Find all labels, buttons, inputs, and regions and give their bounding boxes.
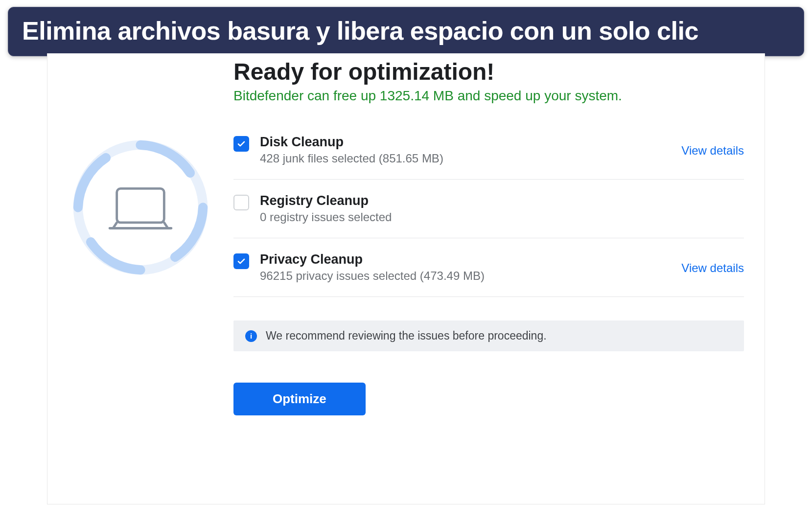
sidebar-gauge-area — [47, 53, 233, 504]
checkbox-disk-cleanup[interactable] — [233, 136, 249, 152]
item-desc: 0 registry issues selected — [260, 210, 744, 224]
item-desc: 96215 privacy issues selected (473.49 MB… — [260, 269, 671, 283]
recommendation-note: i We recommend reviewing the issues befo… — [233, 320, 744, 351]
note-text: We recommend reviewing the issues before… — [266, 329, 547, 342]
window: Elimina archivos basura y libera espacio… — [0, 0, 812, 524]
info-icon: i — [245, 330, 257, 342]
cleanup-item-disk: Disk Cleanup 428 junk files selected (85… — [233, 121, 744, 180]
checkbox-privacy-cleanup[interactable] — [233, 253, 249, 269]
item-title: Privacy Cleanup — [260, 252, 671, 267]
laptop-gauge-icon — [70, 137, 211, 278]
optimize-button[interactable]: Optimize — [233, 383, 366, 415]
optimization-panel: Ready for optimization! Bitdefender can … — [47, 53, 765, 504]
svg-rect-1 — [117, 188, 164, 223]
cleanup-item-privacy: Privacy Cleanup 96215 privacy issues sel… — [233, 238, 744, 297]
page-title: Ready for optimization! — [233, 58, 744, 85]
item-title: Registry Cleanup — [260, 193, 744, 208]
item-desc: 428 junk files selected (851.65 MB) — [260, 152, 671, 165]
checkbox-registry-cleanup[interactable] — [233, 195, 249, 210]
promo-banner: Elimina archivos basura y libera espacio… — [8, 7, 804, 56]
promo-banner-text: Elimina archivos basura y libera espacio… — [22, 17, 698, 45]
view-details-link[interactable]: View details — [681, 261, 744, 275]
item-title: Disk Cleanup — [260, 135, 671, 150]
page-subtitle: Bitdefender can free up 1325.14 MB and s… — [233, 88, 744, 104]
cleanup-item-registry: Registry Cleanup 0 registry issues selec… — [233, 180, 744, 238]
view-details-link[interactable]: View details — [681, 144, 744, 158]
main-content: Ready for optimization! Bitdefender can … — [233, 53, 765, 504]
